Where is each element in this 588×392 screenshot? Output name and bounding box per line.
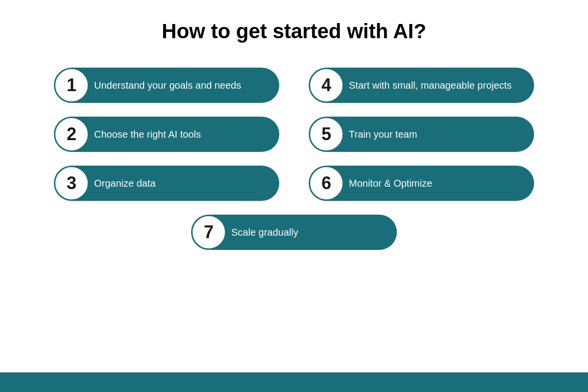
- steps-grid: 1 Understand your goals and needs 4 Star…: [54, 68, 534, 201]
- footer-bar: [0, 372, 588, 392]
- step-item-6: 6 Monitor & Optimize: [309, 166, 534, 201]
- page-title: How to get started with AI?: [162, 20, 426, 43]
- step-number-3: 3: [54, 166, 89, 201]
- step-label-1: Understand your goals and needs: [94, 79, 241, 92]
- step-number-5: 5: [309, 117, 344, 152]
- step-label-6: Monitor & Optimize: [349, 177, 432, 190]
- step-item-4: 4 Start with small, manageable projects: [309, 68, 534, 103]
- step-item-2: 2 Choose the right AI tools: [54, 117, 279, 152]
- title-highlight: AI?: [393, 20, 426, 43]
- step-label-bg-7: Scale gradually: [209, 215, 397, 250]
- step-number-7: 7: [191, 215, 226, 250]
- step-item-5: 5 Train your team: [309, 117, 534, 152]
- step-label-bg-3: Organize data: [72, 166, 279, 201]
- step-label-bg-6: Monitor & Optimize: [326, 166, 534, 201]
- step-label-bg-4: Start with small, manageable projects: [326, 68, 534, 103]
- step-number-2: 2: [54, 117, 89, 152]
- bottom-step-container: 7 Scale gradually: [54, 215, 534, 250]
- step-label-7: Scale gradually: [231, 226, 298, 239]
- step-label-bg-1: Understand your goals and needs: [72, 68, 279, 103]
- title-prefix: How to get started with: [162, 20, 393, 43]
- step-number-1: 1: [54, 68, 89, 103]
- step-label-3: Organize data: [94, 177, 156, 190]
- step-item-7: 7 Scale gradually: [191, 215, 397, 250]
- step-label-bg-5: Train your team: [326, 117, 534, 152]
- step-label-2: Choose the right AI tools: [94, 128, 201, 141]
- step-label-5: Train your team: [349, 128, 417, 141]
- step-label-bg-2: Choose the right AI tools: [72, 117, 279, 152]
- step-number-4: 4: [309, 68, 344, 103]
- main-content: How to get started with AI? 1 Understand…: [0, 0, 588, 372]
- step-label-4: Start with small, manageable projects: [349, 79, 512, 92]
- step-item-3: 3 Organize data: [54, 166, 279, 201]
- step-number-6: 6: [309, 166, 344, 201]
- step-item-1: 1 Understand your goals and needs: [54, 68, 279, 103]
